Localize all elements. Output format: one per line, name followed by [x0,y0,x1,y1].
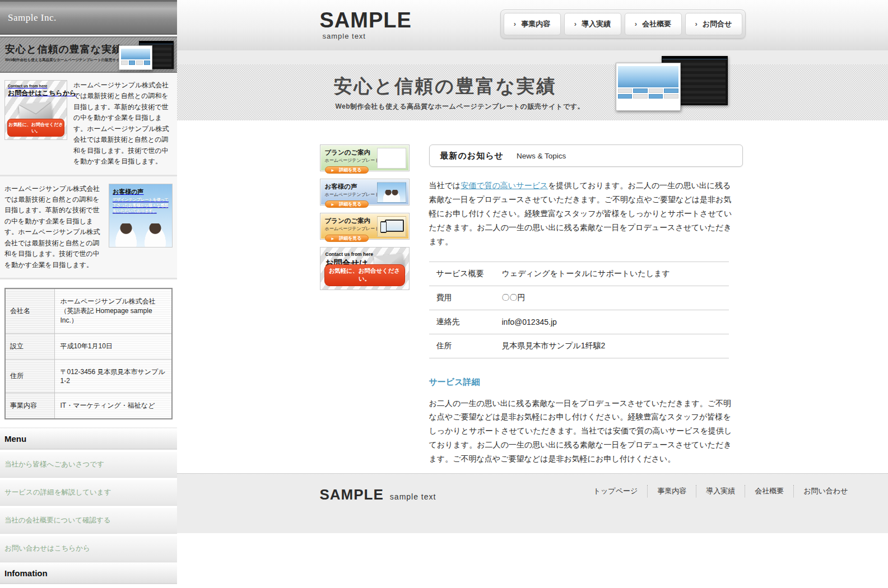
service-label: 費用 [429,286,502,310]
footer-link-contact[interactable]: お問い合わせ [793,485,857,497]
main-footer: SAMPLE sample text トップページ 事業内容 導入実績 会社概要… [177,473,888,533]
main-site: SAMPLE sample text ›事業内容 ›導入実績 ›会社概要 ›お問… [177,0,888,588]
mobile-preview-panel: Sample Inc. 安心と信頼の豊富な実績 Web制作会社も使える高品質なホ… [0,0,177,588]
news-header-box: 最新のお知らせ News & Topics [429,144,743,167]
site-tagline: sample text [323,32,412,40]
company-value: ホームページサンプル株式会社 （英語表記 Homepage sample Inc… [54,288,172,334]
chevron-right-icon: › [574,20,576,28]
voice-title: お客様の声 [113,188,169,196]
sidebar-section-voice: ホームページサンプル株式会社では最新技術と自然との調和を目指します。革新的な技術… [0,176,177,280]
contact-button[interactable]: お気軽に、お問合せください。 [7,119,64,137]
website-thumbnail-light [616,63,681,111]
main-content: プランのご案内 ホームページテンプレート ▶詳細を見る お客様の声 ホームページ… [177,120,888,473]
nav-button-contact[interactable]: ›お問合せ [685,13,742,35]
hero-banner: 安心と信頼の豊富な実績 Web制作会社も使える高品質なホームページテンプレートの… [177,64,888,120]
service-label: 住所 [429,334,502,358]
main-nav: ›事業内容 ›導入実績 ›会社概要 ›お問合せ [500,10,746,39]
laptop-icon [385,220,404,232]
main-header: SAMPLE sample text ›事業内容 ›導入実績 ›会社概要 ›お問… [177,0,888,50]
play-icon: ▶ [332,202,334,206]
company-value: IT・マーケティング・福祉など [54,393,172,419]
table-row: 住所 〒012-3456 見本県見本市サンプル1-2 [5,360,172,393]
company-label: 住所 [5,360,54,393]
company-info-table: 会社名 ホームページサンプル株式会社 （英語表記 Homepage sample… [4,288,173,419]
page: Sample Inc. 安心と信頼の豊富な実績 Web制作会社も使える高品質なホ… [0,0,888,588]
sidebar-section-contact: Contact us from here お問合せはこちらから お気軽に、お問合… [0,73,177,176]
contact-title: お問合せはこちらから [8,88,64,98]
nav-button-business[interactable]: ›事業内容 [504,13,561,35]
banner-column: プランのご案内 ホームページテンプレート ▶詳細を見る お客様の声 ホームページ… [320,144,410,466]
sidebar-hero: 安心と信頼の豊富な実績 Web制作会社も使える高品質なホームページテンプレートの… [0,36,177,73]
company-value: 平成10年1月10日 [54,334,172,360]
website-thumbnail-light [119,45,152,70]
news-title: 最新のお知らせ [440,151,504,161]
company-label: 事業内容 [5,393,54,419]
sidebar-menu-item-greeting[interactable]: 当社から皆様へごあいさつです [0,452,177,478]
sidebar-paragraph: ホームページサンプル株式会社では最新技術と自然との調和を目指します。革新的な技術… [4,184,103,271]
service-link[interactable]: 安価で質の高いサービス [461,181,548,190]
table-row: サービス概要 ウェディングをトータルにサポートいたします [429,262,729,286]
intro-paragraph: 当社では安価で質の高いサービスを提供しております。お二人の一生の思い出に残る素敵… [429,179,734,249]
footer-link-company[interactable]: 会社概要 [745,485,793,497]
service-table: サービス概要 ウェディングをトータルにサポートいたします 費用 〇〇円 連絡先 … [429,262,729,358]
chevron-right-icon: › [514,20,516,28]
detail-button[interactable]: ▶詳細を見る [325,166,369,174]
footer-tagline: sample text [390,492,436,501]
detail-button[interactable]: ▶詳細を見る [325,200,369,208]
service-value: 見本県見本市サンプル1纤驤2 [502,334,729,358]
footer-link-top[interactable]: トップページ [584,485,648,497]
service-value: info@012345.jp [502,310,729,334]
plan-banner-green[interactable]: プランのご案内 ホームページテンプレート ▶詳細を見る [320,144,410,171]
menu-heading: Menu [0,427,177,450]
sidebar-menu-item-service[interactable]: サービスの詳細を解説しています [0,480,177,506]
article-column: 最新のお知らせ News & Topics 当社では安価で質の高いサービスを提供… [429,144,743,466]
sidebar-contact-banner[interactable]: Contact us from here お問合せはこちらから お気軽に、お問合… [4,80,67,140]
sidebar-brand: Sample Inc. [0,0,177,35]
contact-banner[interactable]: Contact us from here お問合せは こちらから お気軽に、お問… [320,247,410,290]
contact-eyebrow: Contact us from here [8,84,64,88]
footer-link-business[interactable]: 事業内容 [647,485,696,497]
phone-icon [380,221,387,233]
information-heading: Infomation [0,562,177,584]
service-detail-heading: サービス詳細 [429,377,743,388]
detail-button[interactable]: ▶詳細を見る [325,235,369,242]
plan-banner-orange[interactable]: プランのご案内 ホームページテンプレート ▶詳細を見る [320,213,410,240]
table-row: 事業内容 IT・マーケティング・福祉など [5,393,172,419]
service-label: サービス概要 [429,262,502,286]
sidebar-menu-item-company[interactable]: 当社の会社概要について確認する [0,508,177,534]
hero-gap [177,50,888,64]
sidebar-paragraph: ホームページサンプル株式会社では最新技術と自然との調和を目指します。革新的な技術… [73,80,173,167]
company-value: 〒012-3456 見本県見本市サンプル1-2 [54,360,172,393]
chevron-right-icon: › [635,20,637,28]
service-value: 〇〇円 [502,286,729,310]
customer-voice-banner[interactable]: お客様の声 デザインテンプレートを使って下さったお客様から様々な感想をいただいて… [109,184,173,248]
information-buttons: ニュース お問い合わせ 会社概要 [0,584,177,588]
footer-logo-block: SAMPLE sample text [320,480,436,503]
site-logo: SAMPLE [320,10,412,31]
table-row: 費用 〇〇円 [429,286,729,310]
logo-block: SAMPLE sample text [320,10,412,40]
company-label: 会社名 [5,288,54,334]
table-row: 設立 平成10年1月10日 [5,334,172,360]
table-row: 連絡先 info@012345.jp [429,310,729,334]
devices-thumbnail [377,216,406,237]
hero-thumbnails [616,56,728,118]
website-thumbnail-small [377,148,406,169]
footer-nav: トップページ 事業内容 導入実績 会社概要 お問い合わせ [584,480,858,497]
sidebar-brand-text: Sample Inc. [8,12,57,24]
voice-subtitle: デザインテンプレートを使って下さったお客様から様々な感想をいただいております。 [113,197,169,214]
nav-button-company[interactable]: ›会社概要 [625,13,682,35]
table-row: 住所 見本県見本市サンプル1纤驤2 [429,334,729,358]
contact-button[interactable]: お気軽に、お問合せください。 [324,264,405,286]
table-row: 会社名 ホームページサンプル株式会社 （英語表記 Homepage sample… [5,288,172,334]
nav-button-results[interactable]: ›導入実績 [564,13,621,35]
company-label: 設立 [5,334,54,360]
customers-photo-small [377,182,406,203]
sidebar-menu-item-contact[interactable]: お問い合わせはこちらから [0,536,177,562]
chevron-right-icon: › [695,20,698,28]
footer-link-results[interactable]: 導入実績 [696,485,745,497]
service-label: 連絡先 [429,310,502,334]
service-detail-body: お二人の一生の思い出に残る素敵な一日をプロデュースさせていただきます。ご不明な点… [429,396,734,466]
voice-banner-blue[interactable]: お客様の声 ホームページテンプレート ▶詳細を見る [320,179,410,206]
play-icon: ▶ [332,168,334,172]
